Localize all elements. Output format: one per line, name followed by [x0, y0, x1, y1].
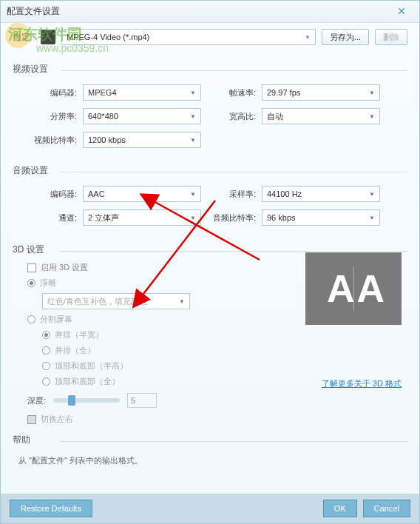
chevron-down-icon: ▼ — [179, 298, 185, 305]
chevron-down-icon: ▼ — [190, 191, 196, 198]
chevron-down-icon: ▼ — [190, 137, 196, 144]
fps-combo[interactable]: 29.97 fps▼ — [262, 84, 380, 101]
delete-button: 删除 — [375, 29, 407, 45]
window-title: 配置文件设置 — [7, 5, 390, 18]
channel-combo[interactable]: 2 立体声▼ — [83, 209, 201, 226]
chevron-down-icon: ▼ — [305, 34, 311, 41]
ok-button[interactable]: OK — [323, 500, 357, 517]
aspect-label: 宽高比: — [210, 111, 262, 122]
profile-value: MPEG-4 Video (*.mp4) — [67, 33, 149, 41]
sample-combo[interactable]: 44100 Hz▼ — [262, 186, 380, 202]
chevron-down-icon: ▼ — [190, 90, 196, 96]
chevron-down-icon: ▼ — [369, 215, 375, 221]
chevron-down-icon: ▼ — [369, 191, 375, 198]
tb-half-radio: 顶部和底部（半高） — [42, 360, 407, 372]
aspect-combo[interactable]: 自动▼ — [262, 108, 380, 124]
audio-encoder-combo[interactable]: AAC▼ — [83, 186, 201, 202]
abitrate-label: 音频比特率: — [210, 212, 262, 224]
mpeg4-icon — [41, 30, 55, 44]
resolution-combo[interactable]: 640*480▼ — [83, 108, 201, 124]
sbs-full-radio: 并排（全） — [42, 345, 407, 356]
3d-preview: AA — [305, 252, 402, 325]
depth-label: 深度: — [27, 395, 46, 406]
depth-spin: 5 — [127, 393, 157, 408]
abitrate-combo[interactable]: 96 kbps▼ — [262, 209, 380, 226]
resolution-label: 分辨率: — [13, 111, 83, 122]
profile-combo[interactable]: MPEG-4 Video (*.mp4) ▼ — [61, 29, 316, 45]
save-as-button[interactable]: 另存为... — [322, 29, 369, 45]
help-section-title: 帮助 — [13, 434, 407, 448]
channel-label: 通道: — [13, 212, 83, 224]
preset-label: 自定 — [13, 31, 35, 44]
video-section-title: 视频设置 — [13, 63, 407, 77]
vbitrate-combo[interactable]: 1200 kbps▼ — [83, 132, 201, 148]
video-encoder-label: 编码器: — [13, 87, 83, 98]
sbs-half-radio: 并排（半宽） — [42, 329, 407, 340]
chevron-down-icon: ▼ — [369, 113, 375, 120]
cancel-button[interactable]: Cancel — [363, 500, 410, 517]
depth-slider — [53, 398, 120, 403]
chevron-down-icon: ▼ — [369, 90, 375, 96]
close-icon[interactable]: × — [390, 4, 413, 19]
audio-encoder-label: 编码器: — [13, 189, 83, 200]
video-encoder-combo[interactable]: MPEG4▼ — [83, 84, 201, 101]
learn-more-3d-link[interactable]: 了解更多关于 3D 格式 — [322, 378, 402, 389]
chevron-down-icon: ▼ — [190, 215, 196, 221]
vbitrate-label: 视频比特率: — [13, 135, 83, 146]
chevron-down-icon: ▼ — [190, 113, 196, 120]
audio-section-title: 音频设置 — [13, 164, 407, 178]
anaglyph-mode-combo: 红色/青色互补色，填充颜色▼ — [42, 293, 190, 309]
sample-label: 采样率: — [210, 189, 262, 200]
help-text: 从 "配置文件" 列表中的输出格式。 — [18, 455, 407, 466]
fps-label: 帧速率: — [210, 87, 262, 98]
restore-defaults-button[interactable]: Restore Defaults — [10, 500, 92, 517]
swap-lr-checkbox: 切换左右 — [27, 414, 407, 425]
